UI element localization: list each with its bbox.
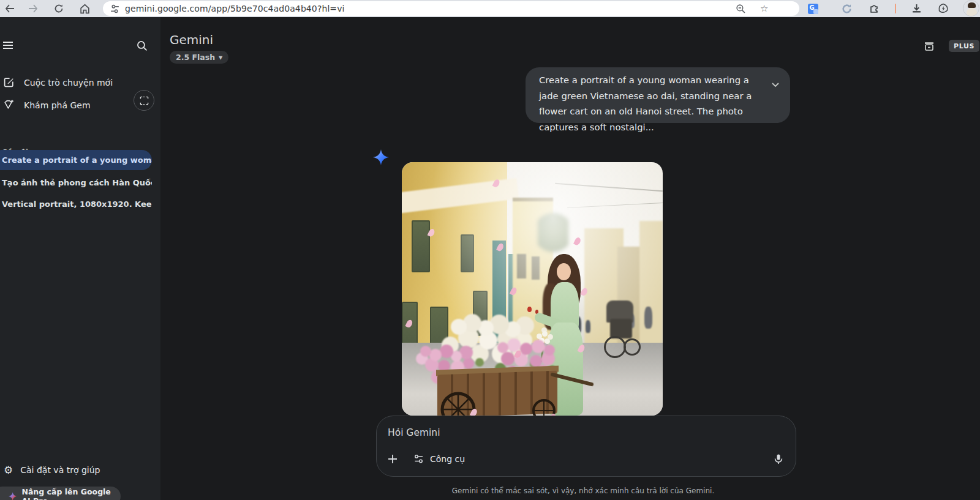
image-shutter [412,220,430,272]
downloads-button[interactable] [909,1,924,16]
image-shutter [473,291,488,336]
image-cart-wheel [440,391,477,416]
attach-button[interactable] [383,449,402,469]
disclaimer-text: Gemini có thể mắc sai sót, vì vậy, nhớ x… [369,487,797,495]
chevron-down-icon: ▾ [219,53,222,62]
image-white-roses [451,319,467,335]
hamburger-icon [2,39,14,51]
sidebar: Cuộc trò chuyện mới Khám phá Gem Gần đây… [0,17,160,500]
extensions-puzzle-icon[interactable] [867,1,882,16]
download-icon [911,4,922,14]
menu-button[interactable] [2,39,14,54]
image-woman-face [557,263,571,280]
bookmark-star-icon[interactable]: ☆ [760,4,771,14]
explore-gems-label: Khám phá Gem [24,100,91,110]
sidebar-item-settings[interactable]: ⚙ Cài đặt và trợ giúp [0,461,147,479]
chat-list-item[interactable]: Vertical portrait, 1080x1920. Keep th... [0,194,152,214]
url-text[interactable]: gemini.google.com/app/5b9e70c4ad0a4b40?h… [125,4,345,13]
search-button[interactable] [136,40,148,54]
upgrade-label: Nâng cấp lên Google AI Pro [21,487,121,500]
prompt-composer[interactable]: Hỏi Gemini Công cụ [376,416,796,477]
sync-extension-icon[interactable] [839,1,854,16]
image-cyclo-wheel [604,336,626,358]
translate-extension-icon[interactable]: G [805,1,820,16]
chat-title: Vertical portrait, 1080x1920. Keep th... [2,200,152,209]
settings-label: Cài đặt và trợ giúp [20,465,100,475]
image-lantern [527,307,532,312]
image-cart-wheel [532,398,556,416]
printer-icon [923,40,935,52]
model-selector[interactable]: 2.5 Flash ▾ [170,51,228,64]
image-wires [555,183,663,192]
ai-sparkle-icon [9,491,17,500]
tools-sliders-icon [413,453,424,465]
upgrade-button[interactable]: Nâng cấp lên Google AI Pro [0,487,121,500]
back-icon [5,4,15,13]
gear-icon: ⚙ [4,464,13,476]
generated-image[interactable] [402,162,663,416]
image-greenery [475,358,484,367]
home-icon [80,4,90,14]
plus-icon [386,453,399,465]
image-daisy-bouquet [537,334,542,339]
forward-button[interactable] [26,1,40,16]
image-pink-lotus [497,342,508,353]
voice-input-button[interactable] [769,449,788,469]
temporary-chat-button[interactable] [134,90,154,111]
user-message-text: Create a portrait of a young woman weari… [539,72,762,135]
expand-chevron-icon[interactable] [769,78,782,91]
search-icon [136,40,148,51]
model-name: 2.5 Flash [176,53,215,62]
forward-icon [28,4,38,13]
plan-badge: PLUS [949,40,979,52]
image-window [517,254,526,278]
reload-button[interactable] [51,1,66,16]
toolbar-separator [895,4,896,13]
sidebar-item-new-chat[interactable]: Cuộc trò chuyện mới [3,76,113,88]
zoom-out-icon[interactable] [736,4,746,14]
image-wires [567,203,663,208]
browser-toolbar: gemini.google.com/app/5b9e70c4ad0a4b40?h… [0,0,980,17]
home-button[interactable] [77,1,92,16]
site-settings-icon[interactable] [110,4,120,14]
image-cyclo-wheel [624,338,641,356]
tools-button[interactable]: Công cụ [409,449,470,469]
chat-list-item[interactable]: Tạo ảnh thẻ phong cách Hàn Quốc [0,173,152,193]
sidebar-item-explore-gems[interactable]: Khám phá Gem [3,99,91,111]
user-message-bubble: Create a portrait of a young woman weari… [526,67,790,123]
chat-title: Create a portrait of a young woman w... [2,155,152,165]
prompt-placeholder[interactable]: Hỏi Gemini [388,427,440,438]
address-bar[interactable]: gemini.google.com/app/5b9e70c4ad0a4b40?h… [103,1,799,16]
reload-icon [54,4,64,13]
tools-label: Công cụ [430,454,465,464]
browser-profile-avatar[interactable] [963,0,979,17]
print-button[interactable] [921,37,938,54]
image-pedestrian [586,320,590,333]
image-pedestrian [644,307,652,329]
app-title: Gemini [170,32,213,47]
image-shutter [461,234,474,272]
leaf-bolt-extension-icon[interactable] [936,1,951,16]
gem-icon [3,99,15,111]
microphone-icon [773,453,784,465]
new-chat-label: Cuộc trò chuyện mới [24,78,113,88]
image-pink-lotus [420,346,431,357]
chat-title: Tạo ảnh thẻ phong cách Hàn Quốc [2,178,152,187]
frame-icon [140,96,149,105]
image-tree [538,210,568,255]
back-button[interactable] [2,1,17,16]
gemini-app-window: gemini.google.com/app/5b9e70c4ad0a4b40?h… [0,0,980,500]
chat-list-item-selected[interactable]: Create a portrait of a young woman w... [0,150,152,170]
gemini-sparkle-icon [372,149,390,166]
new-chat-icon [3,76,15,88]
image-window [532,256,540,280]
